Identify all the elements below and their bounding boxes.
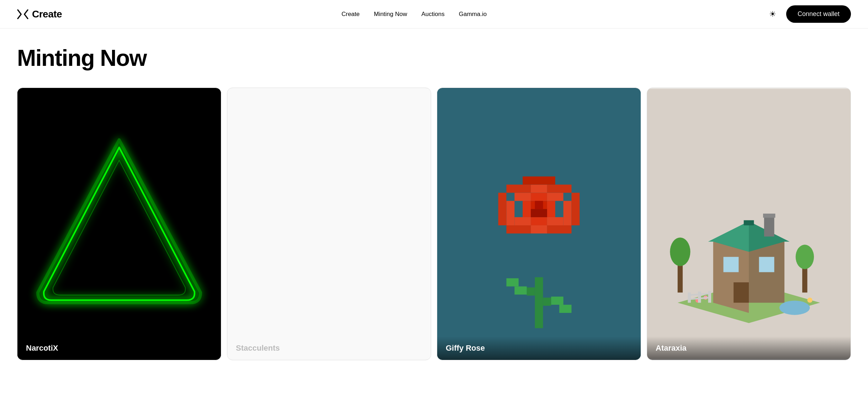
svg-point-45 (670, 238, 690, 266)
nav-link-auctions[interactable]: Auctions (422, 11, 445, 18)
svg-rect-18 (547, 217, 563, 225)
svg-rect-43 (734, 283, 749, 303)
svg-rect-30 (531, 209, 547, 218)
svg-rect-9 (559, 305, 571, 313)
svg-rect-4 (527, 288, 535, 296)
svg-rect-14 (531, 217, 547, 225)
card-narcotix[interactable]: NarcotiX (17, 88, 221, 360)
svg-rect-19 (506, 201, 514, 226)
card-stacculents[interactable]: Stacculents (227, 88, 431, 360)
svg-rect-42 (759, 257, 774, 272)
svg-rect-54 (708, 291, 711, 303)
logo[interactable]: Create (17, 9, 62, 20)
svg-rect-27 (506, 225, 531, 234)
nav-link-minting-now[interactable]: Minting Now (374, 11, 407, 18)
navbar: Create Create Minting Now Auctions Gamma… (0, 0, 868, 28)
card-stacculents-label: Stacculents (227, 336, 431, 360)
card-ataraxia-label: Ataraxia (647, 336, 851, 360)
theme-toggle-button[interactable]: ☀ (766, 8, 779, 21)
svg-point-48 (779, 301, 810, 315)
card-giffy-rose-label: Giffy Rose (437, 336, 641, 360)
svg-rect-17 (514, 217, 531, 225)
svg-rect-15 (514, 193, 531, 201)
svg-rect-20 (563, 201, 572, 226)
nav-links: Create Minting Now Auctions Gamma.io (342, 11, 487, 18)
svg-rect-8 (551, 297, 563, 305)
nav-right: ☀ Connect wallet (766, 5, 851, 23)
svg-rect-29 (523, 177, 555, 185)
svg-rect-5 (543, 298, 551, 306)
svg-point-47 (796, 245, 814, 269)
svg-rect-39 (764, 216, 774, 237)
giffy-rose-art (437, 88, 641, 360)
svg-rect-23 (506, 185, 531, 193)
page-title: Minting Now (17, 46, 851, 70)
main-content: Minting Now (0, 28, 868, 360)
nav-link-create[interactable]: Create (342, 11, 360, 18)
narcotix-art (17, 88, 221, 360)
svg-rect-24 (547, 185, 572, 193)
svg-rect-3 (535, 277, 543, 328)
svg-rect-6 (514, 287, 526, 295)
svg-rect-28 (547, 225, 572, 234)
svg-rect-22 (531, 225, 547, 234)
ataraxia-art (647, 88, 851, 360)
connect-wallet-button[interactable]: Connect wallet (786, 5, 851, 23)
svg-rect-44 (678, 262, 683, 293)
svg-rect-12 (547, 201, 555, 218)
cards-grid: NarcotiX Stacculents (17, 88, 851, 360)
svg-point-51 (807, 298, 812, 303)
svg-rect-31 (535, 201, 543, 209)
stacculents-art (227, 88, 431, 360)
card-ataraxia[interactable]: Ataraxia (647, 88, 851, 360)
svg-rect-7 (506, 278, 518, 287)
nav-link-gamma[interactable]: Gamma.io (459, 11, 487, 18)
card-narcotix-label: NarcotiX (17, 336, 221, 360)
svg-marker-38 (744, 220, 754, 225)
svg-rect-46 (802, 267, 807, 293)
svg-rect-52 (688, 293, 691, 303)
svg-rect-0 (17, 89, 221, 359)
svg-rect-21 (531, 185, 547, 193)
logo-icon (17, 9, 28, 19)
svg-rect-40 (763, 214, 775, 218)
svg-rect-41 (724, 257, 739, 272)
svg-rect-11 (523, 201, 531, 218)
svg-rect-26 (572, 193, 580, 226)
svg-rect-13 (531, 193, 547, 201)
logo-text: Create (32, 9, 62, 20)
svg-rect-25 (498, 193, 507, 226)
svg-rect-1 (227, 89, 431, 359)
svg-rect-53 (698, 292, 701, 303)
card-giffy-rose[interactable]: Giffy Rose (437, 88, 641, 360)
svg-rect-16 (547, 193, 563, 201)
